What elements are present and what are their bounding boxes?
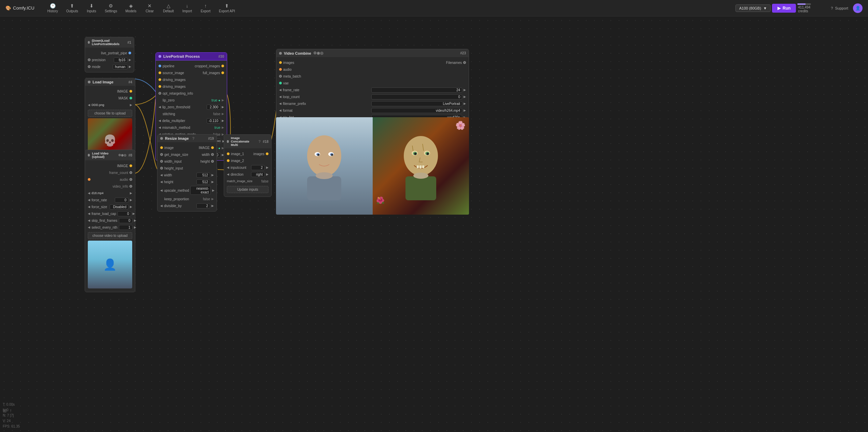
video-combine-header: Video Combine ⚙◉◎ #23 bbox=[276, 49, 469, 57]
update-inputs-btn[interactable]: Update inputs bbox=[227, 186, 268, 193]
width-param-row: ◀ width 512 ▶ bbox=[157, 172, 217, 178]
width-out-label: width bbox=[190, 153, 210, 157]
person-svg bbox=[297, 132, 352, 200]
mode-value[interactable]: human bbox=[113, 64, 127, 69]
filenames-port bbox=[463, 61, 466, 64]
force-size-val[interactable]: Disabled bbox=[110, 204, 128, 210]
pipe-label: live_portrait_pipe bbox=[88, 51, 127, 55]
img2-label: image_2 bbox=[231, 159, 268, 163]
node-dot bbox=[88, 154, 90, 157]
mode-expand[interactable]: ▶ bbox=[129, 65, 131, 68]
video-fwd[interactable]: ▶ bbox=[130, 191, 132, 195]
vc-icons: ⚙◉◎ bbox=[313, 51, 323, 55]
mask-output-row: MASK bbox=[85, 95, 135, 102]
run-button[interactable]: ▶ Run bbox=[772, 4, 796, 13]
mode-label: mode bbox=[92, 65, 111, 69]
frame-count-port bbox=[129, 171, 132, 174]
vc-filename-val[interactable]: LivePortrait bbox=[371, 101, 463, 106]
help-icon2: ? bbox=[259, 139, 261, 144]
precision-value[interactable]: fp16 bbox=[114, 57, 127, 63]
settings-icon: ⚙ bbox=[109, 3, 113, 9]
node-dot bbox=[159, 55, 161, 58]
vc-format-val[interactable]: video/h264.mp4 bbox=[371, 108, 463, 113]
img1-label: image_1 bbox=[231, 152, 247, 156]
audio-out-row: audio bbox=[85, 176, 135, 183]
nav-default[interactable]: △ Default bbox=[160, 2, 177, 14]
nav-export[interactable]: ↑ Export bbox=[197, 2, 214, 14]
opt-retargeting-label: opt_retargeting_info bbox=[163, 92, 224, 95]
image-concat-body: image_1 images image_2 ◀ inputcount 2 ▶ … bbox=[224, 148, 271, 197]
select-every-nth-val[interactable]: 1 bbox=[119, 225, 133, 230]
source-image-label: source_image bbox=[163, 71, 191, 75]
nav-clear[interactable]: ✕ Clear bbox=[141, 2, 158, 14]
inputs-icon: ⬇ bbox=[89, 3, 94, 9]
user-avatar[interactable]: 👤 bbox=[853, 3, 863, 13]
mismatch-val[interactable]: true bbox=[215, 126, 220, 130]
nav-history[interactable]: 🕐 History bbox=[44, 2, 61, 14]
divisible-by-val[interactable]: 2 bbox=[196, 203, 210, 208]
video-info-label: video_info bbox=[88, 185, 128, 188]
match-size-val[interactable]: false bbox=[261, 179, 268, 183]
delta-mult-label: delta_multiplier bbox=[162, 119, 205, 123]
vc-meta-in bbox=[279, 75, 282, 78]
zoom-fit-icon[interactable]: ⊞ bbox=[3, 408, 7, 413]
pipeline-label: pipeline bbox=[163, 64, 191, 68]
lip-zero-expand[interactable]: ▶ bbox=[222, 98, 224, 102]
support-button[interactable]: ? Support bbox=[827, 5, 852, 12]
precision-expand[interactable]: ▶ bbox=[129, 58, 131, 62]
credits-text: 411,494credits bbox=[798, 5, 810, 13]
choose-file-button[interactable]: choose file to upload bbox=[88, 110, 132, 117]
status-bar: T: 0.00s L: 0 N: 7 [7] V: 24 FPS: 61.35 bbox=[3, 402, 20, 429]
get-image-size-in bbox=[160, 153, 163, 156]
img-out-label: IMAGE bbox=[88, 164, 128, 168]
nav-models[interactable]: ◈ Models bbox=[122, 2, 140, 14]
flower-decoration: 🌸 bbox=[455, 121, 466, 130]
vc-frame-rate-val[interactable]: 24 bbox=[371, 87, 463, 93]
width-input-label: width_input bbox=[164, 160, 187, 163]
zoom-reset-icon[interactable]: ↑ bbox=[10, 408, 12, 413]
skip-first-frames-row: ◀ skip_first_frames 0 ▶ bbox=[85, 217, 135, 224]
ri-image-label: image bbox=[164, 146, 187, 150]
gpu-selector[interactable]: A100 (80GB) ▼ bbox=[735, 4, 771, 12]
download-node-header: (Down)Load LivePortraitModels #1 bbox=[85, 37, 134, 48]
delta-mult-val[interactable]: -0.110 bbox=[207, 118, 220, 123]
choose-video-button[interactable]: choose video to upload bbox=[88, 232, 132, 239]
inputcount-val[interactable]: 2 bbox=[251, 165, 265, 170]
credits-bar bbox=[797, 3, 811, 5]
get-image-size-row: get_image_size width bbox=[157, 151, 217, 158]
height-param-val[interactable]: 512 bbox=[196, 179, 210, 185]
frame-load-cap-label: frame_load_cap bbox=[92, 212, 116, 216]
skip-first-frames-val[interactable]: 0 bbox=[119, 218, 133, 223]
nav-settings[interactable]: ⚙ Settings bbox=[101, 2, 121, 14]
vc-filename-row: ◀ filename_prefix LivePortrait ▶ bbox=[276, 100, 469, 107]
filenames-label: Filenames bbox=[373, 61, 462, 65]
stitching-val[interactable]: false bbox=[213, 112, 220, 116]
nav-inputs[interactable]: ⬇ Inputs bbox=[83, 2, 100, 14]
mask-out-label: MASK bbox=[88, 96, 128, 100]
width-param-val[interactable]: 512 bbox=[196, 173, 210, 178]
direction-val[interactable]: right bbox=[251, 172, 265, 177]
lip-zero-thresh-val[interactable]: 2.300 bbox=[207, 105, 220, 110]
image-fwd[interactable]: ▶ bbox=[130, 103, 132, 107]
keep-proportion-val[interactable]: false bbox=[203, 197, 210, 201]
vc-loop-label: loop_count bbox=[283, 95, 370, 99]
node-canvas[interactable]: (Down)Load LivePortraitModels #1 live_po… bbox=[0, 16, 868, 432]
driving-images2-row: driving_images bbox=[156, 83, 227, 90]
upscale-method-val[interactable]: nearest-exact bbox=[190, 186, 211, 195]
vc-loop-val[interactable]: 0 bbox=[371, 94, 463, 99]
image-back[interactable]: ◀ bbox=[88, 103, 90, 107]
lip-zero-val[interactable]: true ● bbox=[211, 98, 220, 102]
inputcount-row: ◀ inputcount 2 ▶ bbox=[224, 164, 271, 171]
nav-import[interactable]: ↓ Import bbox=[179, 2, 196, 14]
zombie-preview-large: 🌸 🌺 bbox=[373, 117, 469, 215]
force-rate-val[interactable]: 0 bbox=[115, 198, 128, 203]
load-video-node: Load Video (Upload) ⚙◉◎ #8 IMAGE frame_c… bbox=[85, 150, 135, 292]
frame-load-cap-val[interactable]: 0 bbox=[118, 211, 131, 216]
nav-outputs[interactable]: ⬆ Outputs bbox=[63, 2, 82, 14]
import-icon: ↓ bbox=[186, 3, 188, 9]
nav-export-api[interactable]: ⬆ Export API bbox=[216, 2, 238, 14]
node-title: Load Image bbox=[93, 80, 113, 84]
video-back[interactable]: ◀ bbox=[88, 191, 90, 195]
resize-image-io-row: image IMAGE bbox=[157, 144, 217, 151]
node-title: Resize Image bbox=[165, 136, 189, 140]
